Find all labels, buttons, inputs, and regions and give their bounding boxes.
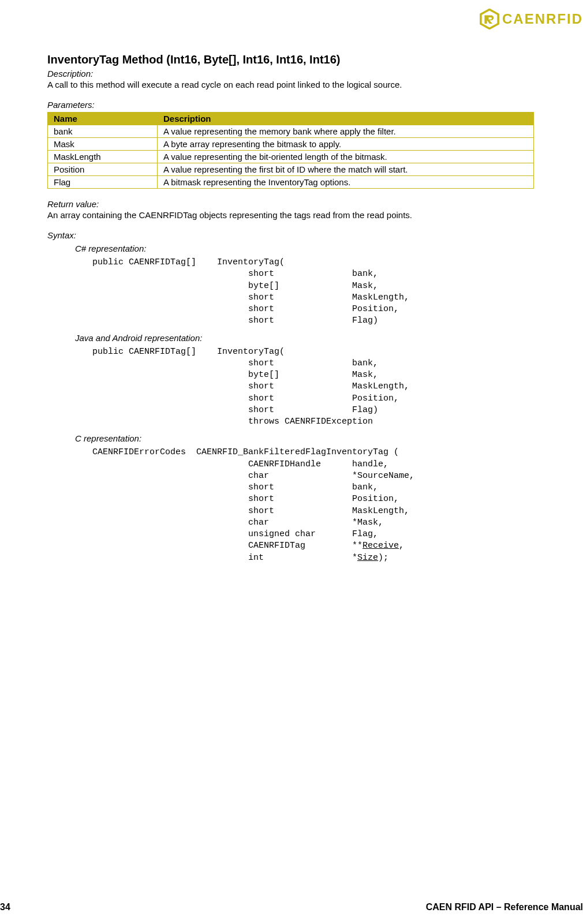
brand-text: CAENRFID xyxy=(502,11,583,27)
page-footer: 34 CAEN RFID API – Reference Manual xyxy=(0,902,583,912)
method-title: InventoryTag Method (Int16, Byte[], Int1… xyxy=(47,53,534,66)
param-desc: A value representing the first bit of ID… xyxy=(158,163,534,176)
syntax-label: Syntax: xyxy=(47,230,534,240)
parameters-label: Parameters: xyxy=(47,100,534,110)
footer-title: CAEN RFID API – Reference Manual xyxy=(426,902,583,912)
csharp-code: public CAENRFIDTag[] InventoryTag( short… xyxy=(75,257,534,327)
table-row: Flag A bitmask representing the Inventor… xyxy=(48,176,534,189)
description-text: A call to this method will execute a rea… xyxy=(47,80,534,89)
parameters-table: Name Description bank A value representi… xyxy=(47,112,534,189)
table-row: MaskLength A value representing the bit-… xyxy=(48,151,534,163)
page-number: 34 xyxy=(0,902,10,912)
th-name: Name xyxy=(48,113,158,125)
c-code: CAENRFIDErrorCodes CAENRFID_BankFiltered… xyxy=(75,447,534,564)
param-name: Mask xyxy=(48,138,158,151)
param-name: Position xyxy=(48,163,158,176)
java-label: Java and Android representation: xyxy=(75,333,534,343)
svg-marker-0 xyxy=(481,9,498,28)
param-desc: A value representing the bit-oriented le… xyxy=(158,151,534,163)
c-underline-receive: Receive xyxy=(362,541,399,551)
csharp-label: C# representation: xyxy=(75,244,534,253)
param-desc: A value representing the memory bank whe… xyxy=(158,125,534,138)
c-label: C representation: xyxy=(75,433,534,443)
description-label: Description: xyxy=(47,69,534,78)
brand-logo: CAENRFID xyxy=(479,8,583,30)
table-row: bank A value representing the memory ban… xyxy=(48,125,534,138)
return-label: Return value: xyxy=(47,199,534,209)
th-desc: Description xyxy=(158,113,534,125)
param-desc: A byte array representing the bitmask to… xyxy=(158,138,534,151)
page-content: InventoryTag Method (Int16, Byte[], Int1… xyxy=(0,7,534,564)
return-text: An array containing the CAENRFIDTag obje… xyxy=(47,210,534,220)
param-name: bank xyxy=(48,125,158,138)
hex-r-icon xyxy=(479,9,500,29)
table-row: Mask A byte array representing the bitma… xyxy=(48,138,534,151)
param-name: MaskLength xyxy=(48,151,158,163)
java-code: public CAENRFIDTag[] InventoryTag( short… xyxy=(75,346,534,428)
c-underline-size: Size xyxy=(357,553,378,563)
param-desc: A bitmask representing the InventoryTag … xyxy=(158,176,534,189)
table-row: Position A value representing the first … xyxy=(48,163,534,176)
param-name: Flag xyxy=(48,176,158,189)
